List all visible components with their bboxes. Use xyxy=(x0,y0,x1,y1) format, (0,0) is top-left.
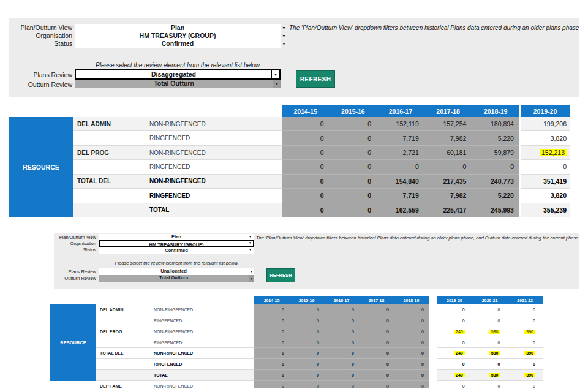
row-label: RINGFENCED xyxy=(150,341,182,345)
table-row: 240580390 xyxy=(437,348,543,359)
data-cell: 0 xyxy=(437,384,472,388)
table-row: NON-RINGFENCED xyxy=(150,304,254,315)
cell-value: 390 xyxy=(524,330,535,334)
table-row xyxy=(74,203,146,217)
outturn-review-dropdown[interactable]: Total Outturn ▼ xyxy=(75,80,281,88)
year-header: 2018-19 xyxy=(472,105,519,117)
plan-outturn-help-note: The 'Plan/Outturn View' dropdown filters… xyxy=(256,235,579,241)
data-cell: 355,239 xyxy=(521,206,570,214)
data-cell: 0 xyxy=(330,120,377,127)
data-cell: 0 xyxy=(254,318,289,323)
row-label: NON-RINGFENCED xyxy=(150,351,193,355)
plan-outturn-help-note: The 'Plan/Outturn View' dropdown filters… xyxy=(289,24,579,31)
data-cell: 0 xyxy=(394,307,429,312)
data-cell: 0 xyxy=(330,206,377,214)
cell-value: 0 xyxy=(533,384,535,388)
table-row: 3,820 xyxy=(521,189,570,203)
plan-outturn-view-dropdown[interactable]: Plan xyxy=(99,234,254,240)
organisation-label: Organisation xyxy=(9,32,72,40)
table-row: DEL PROG xyxy=(74,146,146,160)
plan-outturn-view-dropdown[interactable]: Plan xyxy=(75,24,281,32)
data-cell: 7,719 xyxy=(377,192,424,199)
refresh-button[interactable]: REFRESH xyxy=(266,268,295,282)
data-cell: 0 xyxy=(472,163,519,170)
dropdown-arrow-icon[interactable]: ▼ xyxy=(249,235,252,238)
data-cell: 0 xyxy=(254,330,289,334)
plans-review-value: Unallocated xyxy=(99,268,249,275)
dropdown-arrow-icon[interactable]: ▼ xyxy=(271,70,279,78)
table-row: 240580390 xyxy=(437,326,543,337)
data-cell: 7,982 xyxy=(424,135,472,142)
cell-value: 0 xyxy=(533,341,535,345)
dropdown-arrow-icon[interactable]: ▼ xyxy=(273,80,281,88)
data-cell: 0 xyxy=(254,373,289,377)
historical-data-columns: 00152,119157,254180,894007,7197,9825,220… xyxy=(282,117,519,217)
data-cell: 0 xyxy=(394,318,429,323)
status-dropdown[interactable]: Confirmed xyxy=(75,40,281,48)
table-row: TOTAL xyxy=(146,203,282,217)
row-label: NON-RINGFENCED xyxy=(150,307,193,312)
data-cell: 0 xyxy=(254,341,289,345)
organisation-dropdown[interactable]: HM TREASURY (GROUP) xyxy=(99,240,254,247)
organisation-dropdown[interactable]: HM TREASURY (GROUP) xyxy=(75,32,281,40)
dropdown-arrow-icon[interactable]: ▼ xyxy=(249,241,252,244)
dropdown-arrow-icon[interactable]: ▼ xyxy=(282,34,286,38)
top-resource-table: 2014-152015-162016-172017-182018-19 2019… xyxy=(0,105,588,225)
plans-review-value: Disaggregated xyxy=(76,70,271,78)
data-cell: 0 xyxy=(289,330,324,334)
dropdown-arrow-icon[interactable]: ▼ xyxy=(249,275,254,282)
label-column: NON-RINGFENCEDRINGFENCEDNON-RINGFENCEDRI… xyxy=(146,117,282,217)
dropdown-arrow-icon[interactable]: ▼ xyxy=(249,268,254,275)
cell-value: 0 xyxy=(533,318,535,323)
outturn-review-dropdown[interactable]: Total Outturn ▼ xyxy=(99,275,254,282)
data-cell: 0 xyxy=(289,373,324,377)
cell-value: 0 xyxy=(462,341,465,345)
data-cell: 0 xyxy=(437,362,472,366)
data-cell: 0 xyxy=(324,384,359,388)
data-cell: 3,820 xyxy=(521,135,570,142)
cell-value: 0 xyxy=(497,318,500,323)
table-row: TOTAL DEL xyxy=(74,175,146,189)
cell-value: 390 xyxy=(524,351,535,355)
year-header: 2015-16 xyxy=(330,105,377,117)
data-cell: 0 xyxy=(359,351,394,355)
dropdown-arrow-icon[interactable]: ▼ xyxy=(282,42,286,46)
plans-review-dropdown[interactable]: Disaggregated ▼ xyxy=(75,69,281,80)
status-label: Status xyxy=(9,40,72,48)
refresh-button[interactable]: REFRESH xyxy=(296,70,335,88)
cell-value: 3,820 xyxy=(551,192,567,199)
data-cell: 7,982 xyxy=(424,192,472,199)
data-cell: 0 xyxy=(289,362,324,366)
data-cell: 0 xyxy=(507,318,543,323)
table-row xyxy=(96,370,150,381)
year-header: 2019-20 xyxy=(521,105,570,117)
dropdown-arrow-icon[interactable]: ▼ xyxy=(282,26,286,30)
table-row: 00000 xyxy=(254,315,429,326)
cell-value: 152,213 xyxy=(540,149,567,156)
row-label: RINGFENCED xyxy=(146,135,190,141)
status-dropdown[interactable]: Confirmed xyxy=(99,247,254,254)
section-header-resource: RESOURCE xyxy=(9,117,74,217)
data-cell: 0 xyxy=(359,341,394,345)
plans-review-dropdown[interactable]: Unallocated ▼ xyxy=(99,268,254,275)
data-cell: 0 xyxy=(282,163,330,170)
data-cell: 0 xyxy=(359,330,394,334)
cell-value: 0 xyxy=(462,362,465,366)
table-row: 002,72160,18159,879 xyxy=(282,146,519,160)
cell-value: 0 xyxy=(462,384,465,388)
table-row: 00000 xyxy=(254,370,429,381)
section-header-resource: RESOURCE xyxy=(50,304,96,381)
data-cell: 5,220 xyxy=(472,135,519,142)
data-cell: 0 xyxy=(324,373,359,377)
row-label: RINGFENCED xyxy=(146,164,190,170)
highlighted-data-cell: 240 xyxy=(437,351,472,355)
current-data-columns: 199,2063,820152,2130351,4193,820355,239 xyxy=(521,117,570,217)
dropdown-arrow-icon[interactable]: ▼ xyxy=(249,248,252,251)
row-label: NON-RINGFENCED xyxy=(146,121,206,127)
data-cell: 0 xyxy=(289,384,324,388)
data-cell: 0 xyxy=(377,163,424,170)
table-row: 00000 xyxy=(254,326,429,337)
data-cell: 0 xyxy=(472,318,508,323)
outturn-review-label: Outturn Review xyxy=(54,276,96,282)
row-group-label: DEPT AME xyxy=(96,384,122,388)
